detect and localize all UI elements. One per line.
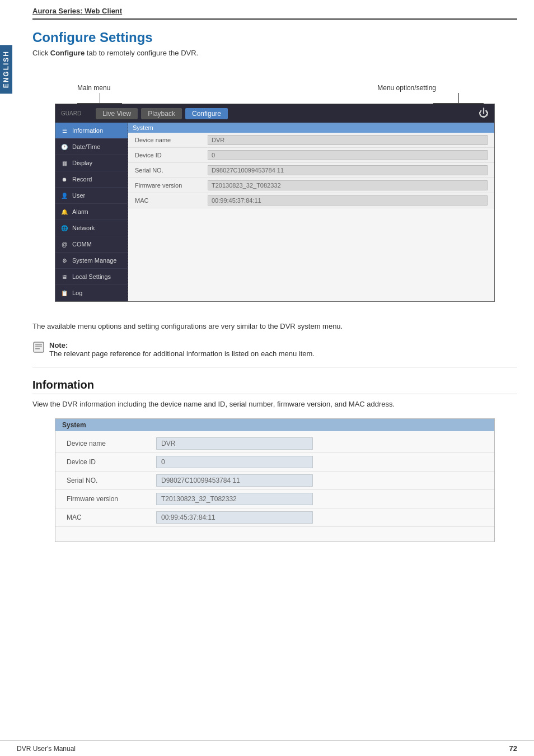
divider <box>32 367 517 367</box>
network-icon: 🌐 <box>60 223 69 232</box>
dvr-system-title: System <box>128 123 494 133</box>
doc-header-title: Aurora Series: Web Client <box>32 7 122 15</box>
footer-manual-label: DVR User's Manual <box>17 745 76 753</box>
page-title: Configure Settings <box>32 30 517 45</box>
display-icon: ▦ <box>60 158 69 167</box>
info-field-serial-no: Serial NO. D98027C10099453784 11 <box>55 472 494 490</box>
annotation-main-menu: Main menu <box>77 84 110 92</box>
info-field-device-name: Device name DVR <box>55 435 494 453</box>
info-table-padding <box>55 527 494 536</box>
body-text-1: The available menu options and setting c… <box>32 321 517 332</box>
dvr-field-device-name: Device name DVR <box>128 133 494 148</box>
dvr-menu-display[interactable]: ▦ Display <box>55 155 128 171</box>
dvr-menu-alarm[interactable]: 🔔 Alarm <box>55 204 128 220</box>
footer-page-number: 72 <box>509 744 517 753</box>
page-footer: DVR User's Manual 72 <box>0 740 534 756</box>
intro-text: Click Configure tab to remotely configur… <box>32 49 517 57</box>
dvr-playback-btn[interactable]: Playback <box>141 108 182 119</box>
dvr-menu-record[interactable]: ⏺ Record <box>55 171 128 188</box>
dvr-topbar: GUARD Live View Playback Configure ⏻ <box>55 104 494 123</box>
info-field-firmware: Firmware version T20130823_32_T082332 <box>55 490 494 508</box>
comm-icon: @ <box>60 240 69 249</box>
dvr-logo: GUARD <box>61 110 81 116</box>
dvr-menu-user[interactable]: 👤 User <box>55 188 128 204</box>
dvr-menu-system-manage[interactable]: ⚙ System Manage <box>55 253 128 269</box>
section-information-desc: View the DVR information including the d… <box>32 399 517 410</box>
svg-rect-3 <box>35 348 40 349</box>
info-field-device-id: Device ID 0 <box>55 453 494 472</box>
user-icon: 👤 <box>60 191 69 200</box>
info-field-mac: MAC 00:99:45:37:84:11 <box>55 508 494 527</box>
dvr-field-serial-no: Serial NO. D98027C10099453784 11 <box>128 163 494 178</box>
dvr-main-panel: System Device name DVR Device ID 0 Seria… <box>128 123 494 301</box>
note-content: Note: The relevant page reference for ad… <box>49 341 315 358</box>
dvr-menu-local-settings[interactable]: 🖥 Local Settings <box>55 269 128 285</box>
side-tab-english: ENGLISH <box>0 45 12 94</box>
dvr-field-firmware: Firmware version T20130823_32_T082332 <box>128 178 494 193</box>
log-icon: 📋 <box>60 288 69 297</box>
dvr-body: ☰ Information 🕐 Date/Time ▦ Display ⏺ Re… <box>55 123 494 301</box>
dvr-menu-information[interactable]: ☰ Information <box>55 123 128 139</box>
dvr-field-mac: MAC 00:99:45:37:84:11 <box>128 193 494 208</box>
dvr-menu-log[interactable]: 📋 Log <box>55 285 128 301</box>
datetime-icon: 🕐 <box>60 142 69 151</box>
alarm-icon: 🔔 <box>60 207 69 216</box>
info-table: System Device name DVR Device ID 0 Seria… <box>55 418 495 542</box>
note-box: Note: The relevant page reference for ad… <box>32 341 517 358</box>
screenshot-wrapper: Main menu Menu option/setting GUARD Li <box>32 67 517 313</box>
dvr-menu-comm[interactable]: @ COMM <box>55 236 128 253</box>
dvr-configure-btn[interactable]: Configure <box>185 108 228 119</box>
dvr-power-icon: ⏻ <box>479 108 489 119</box>
side-tab-label: ENGLISH <box>2 50 10 88</box>
dvr-menu-datetime[interactable]: 🕐 Date/Time <box>55 139 128 155</box>
annotation-menu-option: Menu option/setting <box>377 84 436 92</box>
local-settings-icon: 🖥 <box>60 272 69 281</box>
dvr-sidebar: ☰ Information 🕐 Date/Time ▦ Display ⏺ Re… <box>55 123 128 301</box>
section-information-title: Information <box>32 379 517 394</box>
doc-header: Aurora Series: Web Client <box>32 0 517 20</box>
dvr-screenshot: GUARD Live View Playback Configure ⏻ ☰ I… <box>55 104 495 302</box>
dvr-liveview-btn[interactable]: Live View <box>96 108 138 119</box>
svg-rect-1 <box>35 344 42 346</box>
information-icon: ☰ <box>60 126 69 135</box>
system-manage-icon: ⚙ <box>60 256 69 265</box>
note-icon <box>32 341 45 356</box>
record-icon: ⏺ <box>60 175 69 184</box>
dvr-empty-space <box>128 208 494 242</box>
dvr-field-device-id: Device ID 0 <box>128 148 494 163</box>
dvr-menu-network[interactable]: 🌐 Network <box>55 220 128 236</box>
info-system-title: System <box>55 419 494 431</box>
svg-rect-2 <box>35 346 42 347</box>
